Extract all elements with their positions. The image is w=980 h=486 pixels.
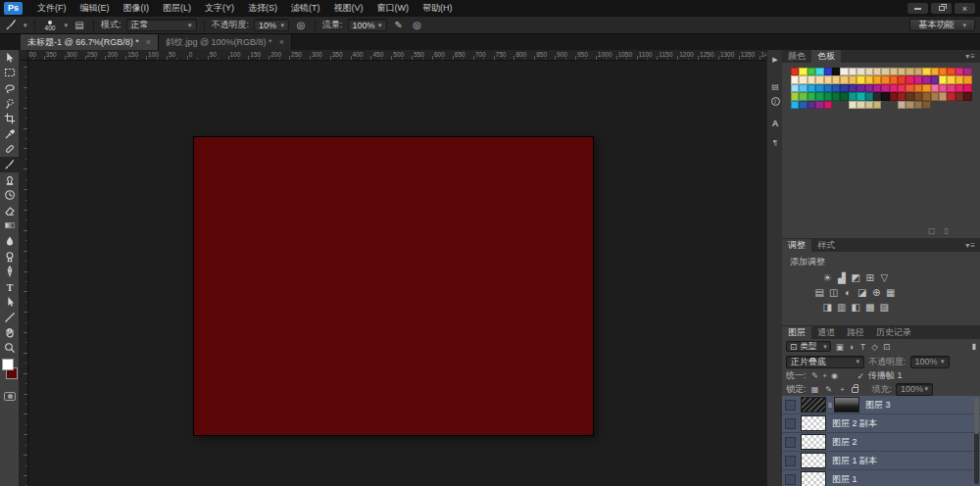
color-swatch[interactable] <box>791 92 799 100</box>
document-tab[interactable]: 斜纹.jpg @ 100%(RGB/8) *× <box>159 34 292 50</box>
color-swatch[interactable] <box>914 84 922 92</box>
menu-item[interactable]: 选择(S) <box>241 0 284 17</box>
color-swatch[interactable] <box>914 92 922 100</box>
brush-size-picker[interactable]: 400 ▾ <box>42 19 69 32</box>
color-swatch[interactable] <box>815 92 823 100</box>
adjustment-icon-自然饱和度[interactable]: ▽ <box>877 272 892 283</box>
adjustment-icon-色调分离[interactable]: ▥ <box>835 302 850 313</box>
color-swatch[interactable] <box>890 92 898 100</box>
filter-switch-icon[interactable]: ▮ <box>972 342 976 351</box>
hand-tool[interactable] <box>0 325 20 341</box>
opacity-select[interactable]: 10% ▾ <box>254 19 289 31</box>
color-swatch[interactable] <box>849 68 857 75</box>
color-swatch[interactable] <box>791 84 799 92</box>
menu-item[interactable]: 文字(Y) <box>198 0 241 17</box>
menu-item[interactable]: 编辑(E) <box>74 0 117 17</box>
actions-panel-icon[interactable]: ▶ <box>767 56 783 64</box>
panel-tab[interactable]: 样式 <box>811 239 841 252</box>
color-swatch[interactable] <box>815 75 823 83</box>
color-swatch[interactable] <box>914 75 922 83</box>
tab-close-icon[interactable]: × <box>146 37 151 47</box>
clone-stamp-tool[interactable] <box>0 172 20 188</box>
adjustment-icon-照片滤镜[interactable]: ◪ <box>856 287 870 298</box>
color-swatch[interactable] <box>939 92 947 100</box>
color-swatch[interactable] <box>890 75 898 83</box>
layer-thumbnail[interactable] <box>801 397 826 413</box>
color-swatch[interactable] <box>956 84 963 92</box>
color-swatch[interactable] <box>865 101 873 109</box>
color-swatch[interactable] <box>808 92 815 100</box>
lock-all-icon[interactable] <box>852 387 858 393</box>
layer-thumbnail[interactable] <box>801 415 826 431</box>
color-swatch[interactable] <box>791 75 799 83</box>
panel-tab[interactable]: 图层 <box>782 326 811 339</box>
color-swatch[interactable] <box>808 68 815 75</box>
color-swatch[interactable] <box>815 101 823 109</box>
quick-selection-tool[interactable] <box>0 96 20 112</box>
color-swatch[interactable] <box>963 84 971 92</box>
panel-menu-icon[interactable]: ▾≡ <box>965 239 976 252</box>
color-swatch[interactable] <box>832 75 840 83</box>
color-swatch[interactable] <box>791 101 799 109</box>
color-swatch[interactable] <box>832 84 840 92</box>
delete-swatch-icon[interactable]: ▯ <box>945 226 949 235</box>
close-button[interactable]: × <box>955 3 975 14</box>
panel-menu-icon[interactable]: ▾≡ <box>965 50 976 63</box>
color-swatch[interactable] <box>947 75 955 83</box>
color-swatch[interactable] <box>873 75 881 83</box>
color-swatch[interactable] <box>873 68 881 75</box>
color-swatch[interactable] <box>815 84 823 92</box>
color-swatch[interactable] <box>956 75 963 83</box>
layer-thumbnail[interactable] <box>801 434 826 450</box>
color-swatch[interactable] <box>865 68 873 75</box>
color-swatch[interactable] <box>791 68 799 75</box>
color-swatch[interactable] <box>922 92 930 100</box>
adjustment-icon-通道混合器[interactable]: ⊕ <box>869 287 884 298</box>
color-swatch[interactable] <box>956 68 963 75</box>
color-swatch[interactable] <box>857 92 864 100</box>
menu-item[interactable]: 窗口(W) <box>370 0 416 17</box>
color-swatch[interactable] <box>824 92 832 100</box>
color-swatch[interactable] <box>824 101 832 109</box>
move-tool[interactable] <box>0 50 20 66</box>
color-swatch[interactable] <box>939 75 947 83</box>
color-swatch[interactable] <box>963 75 971 83</box>
color-swatch[interactable] <box>881 92 889 100</box>
color-swatch[interactable] <box>939 84 947 92</box>
color-swatch[interactable] <box>832 92 840 100</box>
color-swatch[interactable] <box>963 92 971 100</box>
adjustment-icon-可选颜色[interactable]: ▨ <box>877 302 892 313</box>
layer-row[interactable]: 图层 1 <box>782 470 980 486</box>
new-swatch-icon[interactable]: ▢ <box>928 226 936 235</box>
color-swatch[interactable] <box>873 101 881 109</box>
history-brush-tool[interactable] <box>0 187 20 203</box>
pressure-opacity-icon[interactable]: ◎ <box>294 20 308 30</box>
adjustment-icon-曲线[interactable]: ◩ <box>849 272 863 283</box>
color-swatch[interactable] <box>922 84 930 92</box>
layer-opacity-select[interactable]: 100% ▾ <box>910 356 950 368</box>
unify-style-icon[interactable]: ◉ <box>830 371 840 380</box>
adjustment-icon-色彩平衡[interactable]: ◫ <box>827 287 842 298</box>
color-swatch[interactable] <box>873 92 881 100</box>
document-canvas[interactable] <box>194 137 593 435</box>
panel-tab[interactable]: 颜色 <box>782 50 811 63</box>
adjustment-icon-曝光度[interactable]: ⊞ <box>863 272 878 283</box>
color-swatch[interactable] <box>906 84 913 92</box>
color-swatch[interactable] <box>906 101 913 109</box>
color-swatch[interactable] <box>906 75 913 83</box>
foreground-color-swatch[interactable] <box>2 359 14 370</box>
color-swatch[interactable] <box>873 84 881 92</box>
filter-shape-icon[interactable]: ◇ <box>869 342 881 352</box>
menu-item[interactable]: 图像(I) <box>117 0 157 17</box>
color-swatch[interactable] <box>840 68 848 75</box>
color-swatch[interactable] <box>931 68 939 75</box>
adjustment-icon-色阶[interactable]: ▟ <box>835 272 850 283</box>
adjustment-icon-阈值[interactable]: ◧ <box>849 302 863 313</box>
flow-select[interactable]: 100% ▾ <box>348 19 387 31</box>
color-swatch[interactable] <box>857 68 864 75</box>
color-swatch[interactable] <box>824 84 832 92</box>
panel-tab[interactable]: 路径 <box>841 326 870 339</box>
paragraph-panel-icon[interactable]: ¶ <box>767 138 783 147</box>
quick-mask-icon[interactable] <box>4 392 16 401</box>
path-selection-tool[interactable] <box>0 295 20 311</box>
